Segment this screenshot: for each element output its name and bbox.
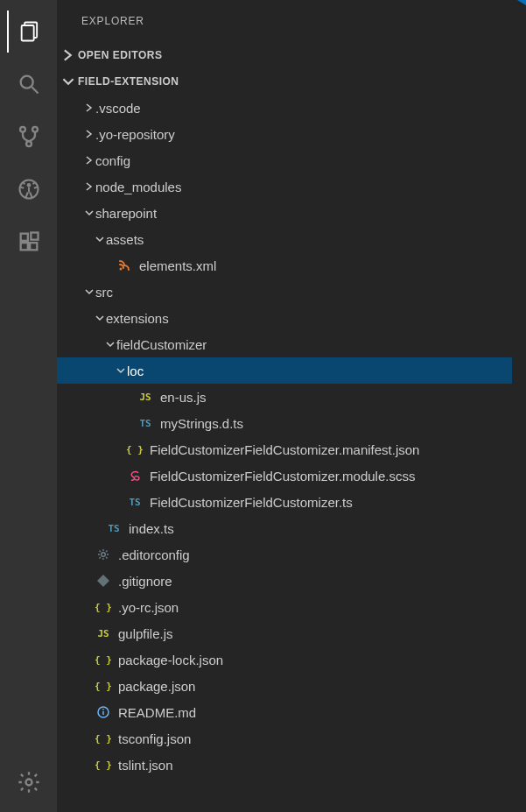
chevron-down-icon	[83, 287, 95, 296]
folder-label: node_modules	[95, 180, 512, 194]
file-label: gulpfile.js	[118, 626, 512, 641]
ts-file-icon: TS	[137, 415, 153, 431]
file-label: FieldCustomizerFieldCustomizer.ts	[150, 495, 512, 510]
explorer-icon[interactable]	[7, 11, 49, 53]
xml-file-icon	[116, 258, 132, 273]
file-row[interactable]: TSFieldCustomizerFieldCustomizer.ts	[57, 489, 512, 515]
file-row[interactable]: README.md	[57, 699, 512, 725]
file-row[interactable]: JSgulpfile.js	[57, 620, 512, 646]
folder-row[interactable]: sharepoint	[57, 200, 512, 226]
json-file-icon: { }	[95, 652, 111, 667]
folder-row[interactable]: fieldCustomizer	[57, 331, 512, 357]
svg-line-3	[32, 88, 38, 94]
file-label: FieldCustomizerFieldCustomizer.manifest.…	[150, 442, 512, 457]
file-row[interactable]: JSen-us.js	[57, 384, 512, 410]
file-label: .yo-rc.json	[118, 600, 512, 615]
json-file-icon: { }	[95, 678, 111, 694]
file-row[interactable]: FieldCustomizerFieldCustomizer.module.sc…	[57, 462, 512, 489]
open-editors-section[interactable]: OPEN EDITORS	[57, 42, 512, 68]
json-file-icon: { }	[95, 731, 111, 746]
open-editors-label: OPEN EDITORS	[78, 49, 162, 61]
chevron-down-icon	[83, 208, 95, 217]
folder-row[interactable]: assets	[57, 226, 512, 252]
file-label: en-us.js	[160, 390, 512, 405]
project-section[interactable]: FIELD-EXTENSION	[57, 68, 512, 95]
svg-point-18	[102, 709, 104, 710]
source-control-icon[interactable]	[8, 116, 50, 158]
chevron-down-icon	[104, 340, 116, 349]
chevron-down-icon	[62, 75, 74, 88]
chevron-down-icon	[94, 314, 106, 322]
ts-file-icon: TS	[127, 494, 143, 510]
project-name: FIELD-EXTENSION	[78, 75, 179, 88]
folder-row[interactable]: loc	[57, 357, 512, 384]
file-row[interactable]: .gitignore	[57, 568, 512, 594]
file-label: tslint.json	[118, 758, 512, 773]
file-row[interactable]: { }.yo-rc.json	[57, 594, 512, 620]
file-tree: .vscode.yo-repositoryconfignode_moduless…	[57, 95, 512, 812]
file-label: tsconfig.json	[118, 731, 512, 746]
json-file-icon: { }	[95, 757, 111, 773]
js-file-icon: JS	[137, 389, 153, 405]
file-row[interactable]: { }package-lock.json	[57, 646, 512, 673]
json-file-icon: { }	[95, 599, 111, 615]
chevron-right-icon	[62, 49, 74, 61]
folder-row[interactable]: src	[57, 279, 512, 305]
chevron-right-icon	[83, 130, 95, 138]
svg-rect-10	[20, 243, 27, 250]
file-row[interactable]: { }tsconfig.json	[57, 725, 512, 752]
folder-row[interactable]: node_modules	[57, 173, 512, 200]
file-label: elements.xml	[139, 258, 512, 273]
file-label: FieldCustomizerFieldCustomizer.module.sc…	[150, 469, 512, 484]
svg-rect-9	[20, 234, 27, 241]
folder-label: fieldCustomizer	[116, 337, 512, 352]
svg-point-6	[26, 141, 32, 146]
ts-file-icon: TS	[106, 520, 122, 536]
file-row[interactable]: .editorconfig	[57, 541, 512, 568]
extensions-icon[interactable]	[8, 221, 50, 263]
git-file-icon	[95, 573, 111, 589]
folder-label: extensions	[106, 311, 512, 326]
scroll-edge	[512, 0, 526, 812]
folder-label: config	[95, 153, 512, 168]
folder-row[interactable]: extensions	[57, 305, 512, 331]
file-row[interactable]: elements.xml	[57, 252, 512, 279]
explorer-sidebar: EXPLORER OPEN EDITORS FIELD-EXTENSION .v…	[57, 0, 512, 812]
file-label: myStrings.d.ts	[160, 416, 512, 431]
settings-gear-icon[interactable]	[8, 761, 50, 803]
folder-row[interactable]: .yo-repository	[57, 121, 512, 147]
file-label: README.md	[118, 705, 512, 720]
js-file-icon: JS	[95, 625, 111, 641]
search-icon[interactable]	[8, 63, 50, 105]
svg-point-5	[32, 127, 38, 132]
debug-icon[interactable]	[8, 168, 50, 210]
file-row[interactable]: { }tslint.json	[57, 752, 512, 778]
scss-file-icon	[127, 468, 143, 484]
file-label: package-lock.json	[118, 653, 512, 667]
svg-point-2	[20, 76, 32, 88]
svg-point-15	[102, 553, 106, 557]
info-file-icon	[95, 704, 111, 720]
folder-label: src	[95, 285, 512, 300]
folder-label: loc	[127, 364, 512, 378]
svg-point-13	[25, 780, 32, 786]
activity-bar	[0, 0, 57, 812]
folder-label: .yo-repository	[95, 127, 512, 142]
file-row[interactable]: { }package.json	[57, 673, 512, 699]
folder-label: .vscode	[95, 101, 512, 116]
svg-point-14	[120, 268, 123, 271]
file-row[interactable]: TSindex.ts	[57, 515, 512, 541]
folder-label: sharepoint	[95, 206, 512, 221]
config-file-icon	[95, 547, 111, 562]
file-row[interactable]: { }FieldCustomizerFieldCustomizer.manife…	[57, 436, 512, 462]
folder-row[interactable]: config	[57, 147, 512, 173]
file-label: .gitignore	[118, 574, 512, 589]
svg-point-8	[26, 183, 31, 187]
sidebar-title: EXPLORER	[57, 0, 512, 42]
folder-label: assets	[106, 232, 512, 247]
chevron-right-icon	[83, 156, 95, 165]
svg-rect-1	[21, 25, 33, 41]
file-row[interactable]: TSmyStrings.d.ts	[57, 410, 512, 436]
file-label: .editorconfig	[118, 547, 512, 562]
folder-row[interactable]: .vscode	[57, 95, 512, 121]
